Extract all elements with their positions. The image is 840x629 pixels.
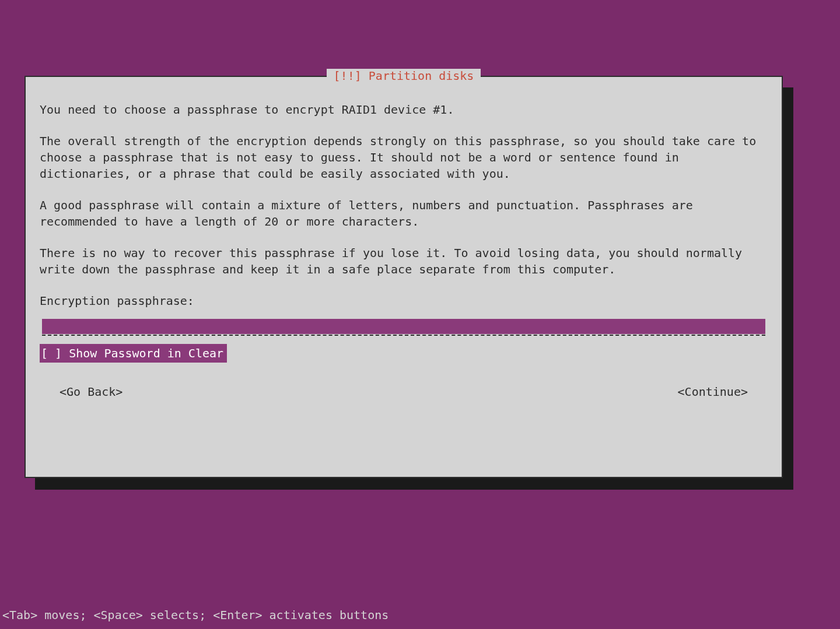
dialog-title-bar: [!!] Partition disks [26,69,782,83]
partition-disks-dialog: [!!] Partition disks You need to choose … [24,76,783,478]
passphrase-input[interactable] [42,319,765,334]
warning-text: There is no way to recover this passphra… [40,245,768,277]
keyboard-hint: <Tab> moves; <Space> selects; <Enter> ac… [2,608,388,622]
passphrase-input-wrap [42,318,765,336]
title-priority-marker: [!!] [334,69,362,83]
passphrase-label: Encryption passphrase: [40,293,768,309]
strength-text: The overall strength of the encryption d… [40,133,768,182]
recommendation-text: A good passphrase will contain a mixture… [40,197,768,230]
dialog-content: You need to choose a passphrase to encry… [26,77,782,400]
show-password-checkbox[interactable]: [ ] Show Password in Clear [40,344,227,363]
go-back-button[interactable]: <Go Back> [60,384,123,400]
checkbox-state: [ ] [41,346,62,360]
continue-button[interactable]: <Continue> [678,384,748,400]
dialog-title: Partition disks [369,69,474,83]
dialog-button-row: <Go Back> <Continue> [40,384,768,400]
checkbox-label: Show Password in Clear [69,346,223,360]
intro-text: You need to choose a passphrase to encry… [40,101,768,118]
